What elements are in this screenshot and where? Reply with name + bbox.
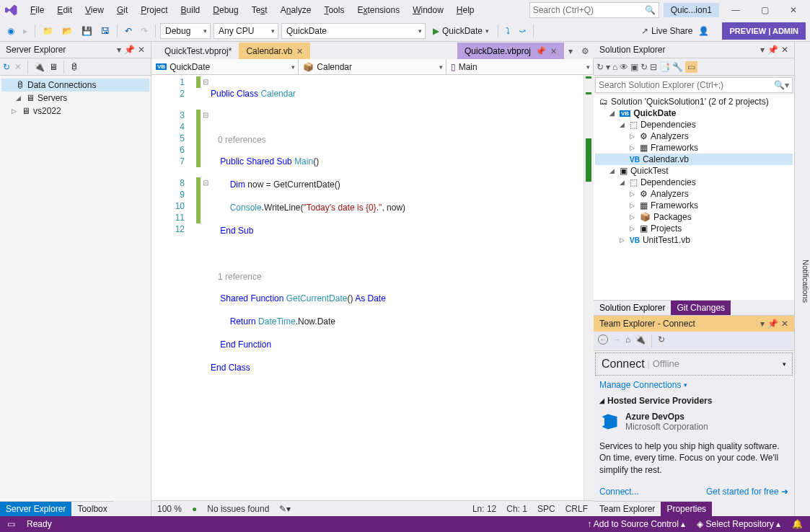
solution-root[interactable]: 🗂Solution 'QuickSolution1' (2 of 2 proje… xyxy=(595,96,793,107)
menu-help[interactable]: Help xyxy=(451,2,480,18)
nav-fwd-icon[interactable]: ▸ xyxy=(20,25,30,37)
new-project-icon[interactable]: 📁 xyxy=(40,25,56,37)
filter-icon[interactable]: ▣ xyxy=(630,62,638,72)
code-content[interactable]: Public Class Calendar 0 references Publi… xyxy=(211,75,584,500)
refresh-icon[interactable]: ↻ xyxy=(658,334,665,347)
step-over-icon[interactable]: ⤻ xyxy=(516,25,529,37)
plug-icon[interactable]: 🔌 xyxy=(635,334,646,347)
deps-quickdate[interactable]: ◢⬚Dependencies xyxy=(595,119,793,130)
open-icon[interactable]: 📂 xyxy=(59,25,76,37)
start-debug-button[interactable]: ▶QuickDate▾ xyxy=(428,25,493,37)
doc-tab-quickdate-preview[interactable]: QuickDate.vbproj📌✕ xyxy=(457,43,564,59)
add-server-icon[interactable]: 🖥 xyxy=(49,62,58,72)
menu-edit[interactable]: Edit xyxy=(51,2,78,18)
connect-db-icon[interactable]: 🔌 xyxy=(34,62,45,72)
server-vs2022-node[interactable]: ▷🖥vs2022 xyxy=(1,105,149,118)
zoom-level[interactable]: 100 % xyxy=(157,504,182,514)
show-all-icon[interactable]: 📑 xyxy=(659,62,670,72)
menu-build[interactable]: Build xyxy=(175,2,206,18)
member-nav-dropdown[interactable]: 📦Calendar xyxy=(299,59,446,74)
live-share-button[interactable]: ↗ Live Share xyxy=(641,26,692,36)
frameworks-node-2[interactable]: ▷▦Frameworks xyxy=(595,200,793,211)
file-unittest-vb[interactable]: ▷VBUnitTest1.vb xyxy=(595,234,793,246)
output-icon[interactable]: ▭ xyxy=(7,519,15,529)
menu-window[interactable]: Window xyxy=(407,2,449,18)
frameworks-node[interactable]: ▷▦Frameworks xyxy=(595,142,793,154)
pin-icon[interactable]: 📌 xyxy=(535,46,546,56)
solution-explorer-tab[interactable]: Solution Explorer xyxy=(594,300,671,315)
source-control-button[interactable]: ↑ Add to Source Control ▴ xyxy=(587,519,685,529)
sync-icon[interactable]: 👁 xyxy=(620,62,628,72)
startup-dropdown[interactable]: QuickDate xyxy=(281,23,426,39)
preview-icon[interactable]: ▭ xyxy=(685,61,697,73)
deps-quicktest[interactable]: ◢⬚Dependencies xyxy=(595,177,793,188)
line-indicator[interactable]: Ln: 12 xyxy=(472,504,496,514)
col-indicator[interactable]: Ch: 1 xyxy=(506,504,527,514)
menu-file[interactable]: FFileile xyxy=(25,2,50,18)
project-quicktest[interactable]: ◢▣QuickTest xyxy=(595,165,793,177)
issues-status[interactable]: No issues found xyxy=(207,504,269,514)
menu-debug[interactable]: Debug xyxy=(207,2,244,18)
menu-git[interactable]: Git xyxy=(111,2,133,18)
project-quickdate[interactable]: ◢VBQuickDate xyxy=(595,107,793,119)
overview-ruler[interactable] xyxy=(584,75,594,500)
menu-analyze[interactable]: Analyze xyxy=(275,2,317,18)
dropdown-icon[interactable]: ▾ xyxy=(117,45,121,55)
refresh-icon[interactable]: ↻ xyxy=(3,62,10,72)
toolbox-tab[interactable]: Toolbox xyxy=(71,501,113,516)
stop-icon[interactable]: ✕ xyxy=(14,62,22,72)
doc-tab-calendar[interactable]: Calendar.vb✕ xyxy=(239,43,310,59)
close-button[interactable]: ✕ xyxy=(781,1,806,19)
redo-icon[interactable]: ↷ xyxy=(138,25,151,37)
analyzers-node-2[interactable]: ▷⚙Analyzers xyxy=(595,188,793,200)
menu-test[interactable]: Test xyxy=(246,2,273,18)
menu-project[interactable]: Project xyxy=(135,2,173,18)
doc-tab-quicktest[interactable]: QuickTest.vbproj* xyxy=(157,43,239,59)
collapse-icon[interactable]: ⊟ xyxy=(650,62,657,72)
minimize-button[interactable]: — xyxy=(723,1,748,19)
team-explorer-tab[interactable]: Team Explorer xyxy=(594,501,661,516)
close-panel-icon[interactable]: ✕ xyxy=(138,45,145,55)
save-all-icon[interactable]: 🖫 xyxy=(98,25,113,37)
gear-icon[interactable]: ⚙ xyxy=(577,43,594,59)
menu-view[interactable]: View xyxy=(79,2,110,18)
refresh-icon[interactable]: ↻ xyxy=(640,62,648,72)
forward-icon[interactable]: → xyxy=(612,334,621,347)
close-tab-icon[interactable]: ✕ xyxy=(296,47,303,56)
dropdown-icon[interactable]: ▾ xyxy=(760,45,765,55)
fold-gutter[interactable]: ⊟⊟⊟ xyxy=(201,75,211,500)
close-panel-icon[interactable]: ✕ xyxy=(781,319,788,329)
file-calendar-vb[interactable]: VBCalendar.vb xyxy=(595,154,793,165)
manage-connections-link[interactable]: Manage Connections ▾ xyxy=(594,377,794,393)
projects-node[interactable]: ▷▣Projects xyxy=(595,223,793,234)
get-started-link[interactable]: Get started for free ➜ xyxy=(706,487,788,497)
hosted-providers-header[interactable]: ◢Hosted Service Providers xyxy=(594,393,794,409)
properties-tab[interactable]: Properties xyxy=(661,501,712,516)
pen-icon[interactable]: ✎▾ xyxy=(279,504,291,514)
eol-indicator[interactable]: CRLF xyxy=(565,504,588,514)
close-tab-icon[interactable]: ✕ xyxy=(550,47,557,56)
data-connections-node[interactable]: 🛢Data Connections xyxy=(1,79,149,92)
indent-indicator[interactable]: SPC xyxy=(537,504,555,514)
undo-icon[interactable]: ↶ xyxy=(122,25,135,37)
home-icon[interactable]: ⌂ xyxy=(625,334,630,347)
packages-node[interactable]: ▷📦Packages xyxy=(595,211,793,223)
analyzers-node[interactable]: ▷⚙Analyzers xyxy=(595,130,793,142)
platform-dropdown[interactable]: Any CPU xyxy=(213,23,278,39)
home-icon[interactable]: ⌂ xyxy=(612,62,617,72)
notifications-tab[interactable]: Notifications xyxy=(794,42,810,516)
nav-back-icon[interactable]: ◉ xyxy=(4,25,17,37)
back-icon[interactable]: ← xyxy=(598,334,608,345)
connect-link[interactable]: Connect... xyxy=(599,487,639,497)
repo-button[interactable]: ◈ Select Repository ▴ xyxy=(697,519,780,529)
tab-overflow-icon[interactable]: ▾ xyxy=(564,43,577,59)
solution-search[interactable]: Search Solution Explorer (Ctrl+;) 🔍▾ xyxy=(595,77,793,93)
maximize-button[interactable]: ▢ xyxy=(752,1,777,19)
save-icon[interactable]: 💾 xyxy=(79,25,95,37)
solution-name-titlebar[interactable]: Quic...ion1 xyxy=(664,3,719,17)
git-changes-tab[interactable]: Git Changes xyxy=(671,300,731,315)
add-connection-icon[interactable]: 🛢 xyxy=(70,62,79,72)
back-icon[interactable]: ↻ xyxy=(597,62,604,72)
class-nav-dropdown[interactable]: VBQuickDate xyxy=(151,59,299,74)
pin-icon[interactable]: 📌 xyxy=(124,45,135,55)
